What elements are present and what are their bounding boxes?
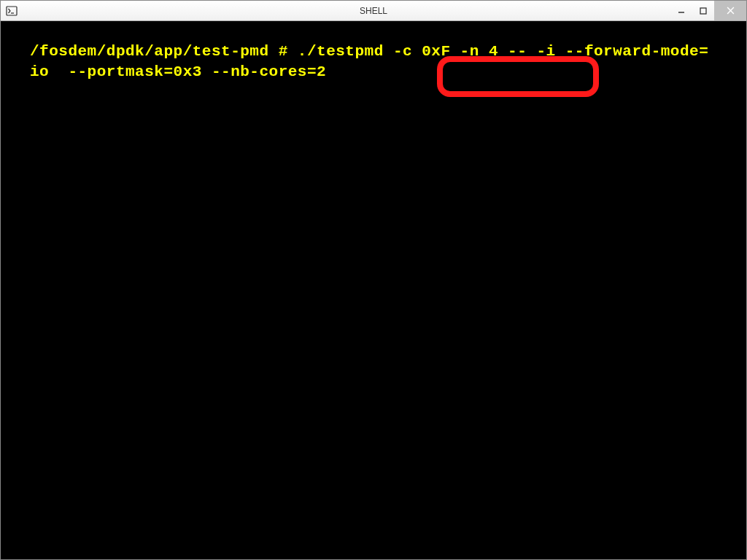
- maximize-button[interactable]: [692, 1, 714, 20]
- svg-rect-3: [700, 8, 706, 14]
- window-title: SHELL: [360, 6, 387, 16]
- window-controls: [670, 1, 746, 20]
- window-titlebar[interactable]: SHELL: [1, 1, 746, 21]
- close-button[interactable]: [714, 1, 746, 20]
- terminal-app-icon: [5, 4, 18, 18]
- svg-rect-0: [7, 7, 17, 15]
- command-line: /fosdem/dpdk/app/test-pmd # ./testpmd -c…: [30, 42, 717, 83]
- minimize-button[interactable]: [670, 1, 692, 20]
- terminal-area[interactable]: /fosdem/dpdk/app/test-pmd # ./testpmd -c…: [1, 21, 746, 559]
